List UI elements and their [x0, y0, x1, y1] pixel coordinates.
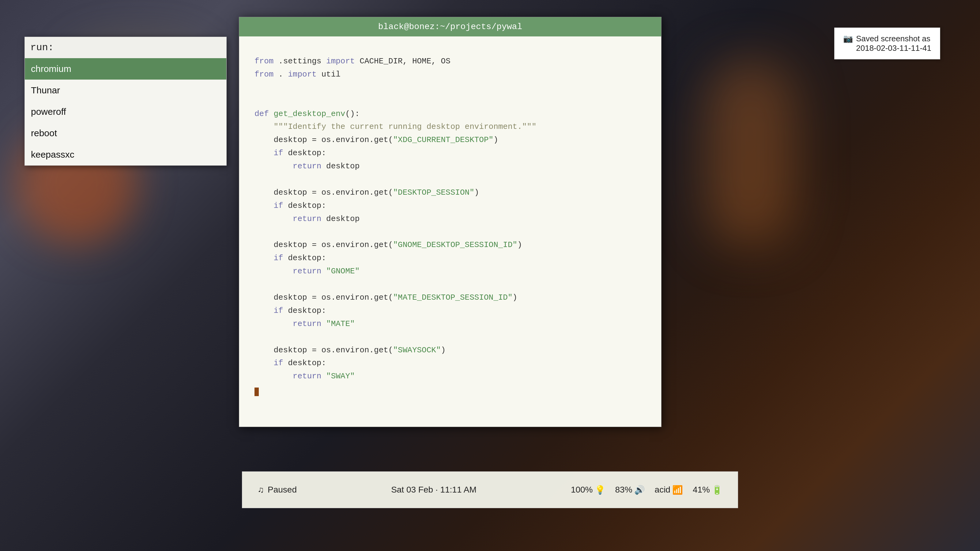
- code-line-22: [255, 330, 646, 344]
- code-line-5: def get_desktop_env():: [255, 108, 646, 121]
- code-line-24: if desktop:: [255, 357, 646, 370]
- volume-icon: 🔊: [634, 485, 645, 495]
- screenshot-notification-content: 📷 Saved screenshot as 2018-02-03-11-11-4…: [843, 34, 931, 53]
- run-item-keepassxc[interactable]: keepassxc: [25, 144, 226, 165]
- code-block: from .settings import CACHE_DIR, HOME, O…: [255, 55, 646, 396]
- run-input-row[interactable]: [25, 37, 226, 58]
- run-input[interactable]: [30, 42, 221, 53]
- code-line-13: return desktop: [255, 213, 646, 225]
- status-left: ♫ Paused: [258, 485, 297, 495]
- run-item-thunar[interactable]: Thunar: [25, 79, 226, 101]
- status-volume: 83% 🔊: [615, 485, 645, 495]
- run-item-reboot[interactable]: reboot: [25, 122, 226, 144]
- code-line-9: return desktop: [255, 160, 646, 173]
- wifi-name: acid: [655, 485, 670, 495]
- terminal-titlebar: black@bonez:~/projects/pywal: [239, 17, 661, 37]
- terminal-window: black@bonez:~/projects/pywal from .setti…: [239, 17, 662, 427]
- code-line-1: from .settings import CACHE_DIR, HOME, O…: [255, 55, 646, 68]
- code-line-16: if desktop:: [255, 252, 646, 265]
- status-right: 100% 💡 83% 🔊 acid 📶 41% 🔋: [571, 485, 722, 495]
- run-item-chromium[interactable]: chromium: [25, 58, 226, 79]
- code-line-14: [255, 225, 646, 239]
- screenshot-saved-label: Saved screenshot as: [856, 34, 931, 43]
- code-line-21: return "MATE": [255, 318, 646, 330]
- code-line-8: if desktop:: [255, 147, 646, 160]
- wifi-icon: 📶: [672, 485, 683, 495]
- music-status: Paused: [268, 485, 297, 495]
- screenshot-filename: 2018-02-03-11-11-41: [856, 43, 931, 53]
- code-line-17: return "GNOME": [255, 265, 646, 278]
- code-line-6: """Identify the current running desktop …: [255, 120, 646, 133]
- code-line-11: desktop = os.environ.get("DESKTOP_SESSIO…: [255, 186, 646, 199]
- terminal-title: black@bonez:~/projects/pywal: [378, 22, 522, 32]
- code-line-4: [255, 94, 646, 108]
- run-dialog: chromium Thunar poweroff reboot keepassx…: [24, 37, 227, 166]
- status-bar: ♫ Paused Sat 03 Feb · 11:11 AM 100% 💡 83…: [242, 472, 738, 508]
- brightness-icon: 💡: [595, 485, 605, 495]
- code-line-25: return "SWAY": [255, 370, 646, 383]
- code-line-20: if desktop:: [255, 304, 646, 318]
- status-datetime: Sat 03 Feb · 11:11 AM: [391, 485, 477, 495]
- run-item-poweroff[interactable]: poweroff: [25, 101, 226, 122]
- text-cursor: [255, 387, 259, 396]
- code-line-12: if desktop:: [255, 199, 646, 213]
- terminal-body[interactable]: from .settings import CACHE_DIR, HOME, O…: [239, 37, 661, 427]
- code-line-26: [255, 383, 646, 396]
- battery-percent: 100%: [571, 485, 593, 495]
- bg-blob-brown: [705, 61, 796, 245]
- battery-level: 41%: [693, 485, 710, 495]
- screenshot-notification: 📷 Saved screenshot as 2018-02-03-11-11-4…: [834, 27, 940, 59]
- status-brightness: 100% 💡: [571, 485, 605, 495]
- code-line-18: [255, 278, 646, 291]
- code-line-15: desktop = os.environ.get("GNOME_DESKTOP_…: [255, 238, 646, 252]
- power-icon: 🔋: [712, 485, 722, 495]
- screenshot-icon: 📷: [843, 34, 853, 43]
- volume-percent: 83%: [615, 485, 632, 495]
- code-line-10: [255, 173, 646, 186]
- screenshot-notification-text-block: Saved screenshot as 2018-02-03-11-11-41: [856, 34, 931, 53]
- status-wifi: acid 📶: [655, 485, 683, 495]
- status-battery: 41% 🔋: [693, 485, 722, 495]
- code-line-7: desktop = os.environ.get("XDG_CURRENT_DE…: [255, 133, 646, 147]
- code-line-2: from . import util: [255, 68, 646, 81]
- code-line-3: [255, 81, 646, 94]
- code-line-19: desktop = os.environ.get("MATE_DESKTOP_S…: [255, 291, 646, 304]
- code-line-23: desktop = os.environ.get("SWAYSOCK"): [255, 344, 646, 357]
- music-icon: ♫: [258, 485, 264, 495]
